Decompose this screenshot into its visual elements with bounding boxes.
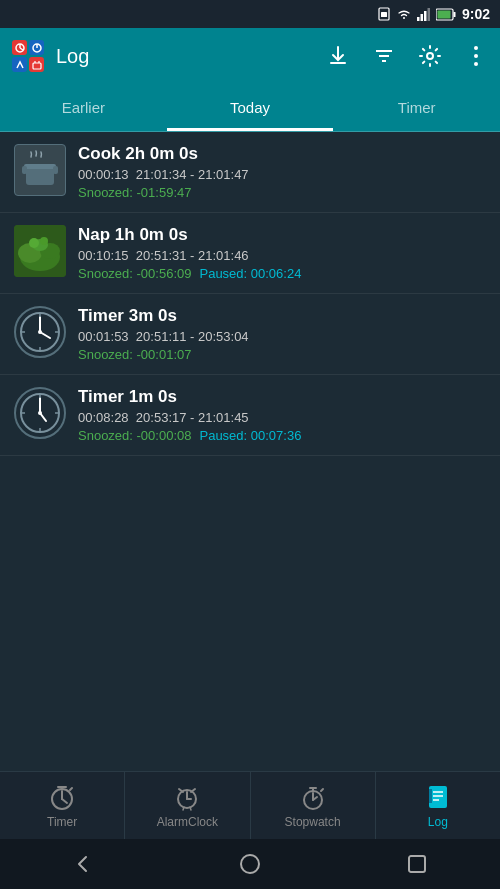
svg-rect-3: [420, 14, 423, 21]
svg-line-62: [183, 807, 184, 810]
status-time: 9:02: [462, 6, 490, 22]
svg-point-75: [241, 855, 259, 873]
cook-icon: [19, 149, 61, 191]
alarm-icon: [173, 783, 201, 811]
svg-rect-1: [381, 12, 387, 17]
signal-icon: [417, 7, 431, 21]
svg-rect-26: [24, 164, 56, 169]
item-info-timer3: Timer 3m 0s 00:01:53 20:51:11 - 20:53:04…: [78, 306, 486, 362]
logo-cell-3: [12, 57, 27, 72]
item-title-cook: Cook 2h 0m 0s: [78, 144, 486, 164]
tab-earlier[interactable]: Earlier: [0, 84, 167, 131]
nav-item-stopwatch[interactable]: Stopwatch: [251, 772, 376, 839]
svg-line-63: [190, 807, 191, 810]
bottom-nav: Timer AlarmClock: [0, 771, 500, 839]
svg-point-35: [40, 237, 48, 245]
svg-rect-2: [417, 17, 420, 21]
item-info-nap: Nap 1h 0m 0s 00:10:15 20:51:31 - 21:01:4…: [78, 225, 486, 281]
list-item[interactable]: Cook 2h 0m 0s 00:00:13 21:01:34 - 21:01:…: [0, 132, 500, 213]
sim-icon: [377, 7, 391, 21]
timer1-thumbnail: [14, 387, 66, 439]
cook-thumbnail: [14, 144, 66, 196]
logo-cell-4: [29, 57, 44, 72]
svg-point-24: [474, 62, 478, 66]
nav-item-alarm[interactable]: AlarmClock: [125, 772, 250, 839]
battery-icon: [436, 8, 456, 21]
svg-rect-14: [33, 63, 41, 69]
nav-label-log: Log: [428, 815, 448, 829]
stopwatch-icon: [299, 783, 327, 811]
svg-rect-25: [26, 167, 54, 185]
timer1-icon: [18, 391, 62, 435]
item-snooze-cook: Snoozed: -01:59:47: [78, 185, 486, 200]
nap-icon: [14, 225, 66, 277]
app-title: Log: [56, 45, 314, 68]
back-button[interactable]: [58, 844, 108, 884]
svg-line-60: [179, 789, 183, 792]
more-button[interactable]: [460, 40, 492, 72]
item-title-timer1: Timer 1m 0s: [78, 387, 486, 407]
list-item[interactable]: Nap 1h 0m 0s 00:10:15 20:51:31 - 21:01:4…: [0, 213, 500, 294]
item-title-timer3: Timer 3m 0s: [78, 306, 486, 326]
svg-point-23: [474, 54, 478, 58]
item-time-cook: 00:00:13 21:01:34 - 21:01:47: [78, 167, 486, 182]
svg-point-34: [29, 238, 39, 248]
nav-item-log[interactable]: Log: [376, 772, 500, 839]
svg-rect-28: [53, 166, 58, 174]
item-info-cook: Cook 2h 0m 0s 00:00:13 21:01:34 - 21:01:…: [78, 144, 486, 200]
top-bar-actions: [322, 40, 492, 72]
item-snooze-timer3: Snoozed: -00:01:07: [78, 347, 486, 362]
logo-cell-2: [29, 40, 44, 55]
svg-rect-7: [453, 12, 455, 17]
recents-button[interactable]: [392, 844, 442, 884]
svg-rect-76: [409, 856, 425, 872]
item-time-timer1: 00:08:28 20:53:17 - 21:01:45: [78, 410, 486, 425]
tab-bar: Earlier Today Timer: [0, 84, 500, 132]
download-button[interactable]: [322, 40, 354, 72]
svg-rect-74: [429, 789, 432, 803]
item-title-nap: Nap 1h 0m 0s: [78, 225, 486, 245]
timer-icon: [48, 783, 76, 811]
timer3-thumbnail: [14, 306, 66, 358]
nap-thumbnail: [14, 225, 66, 277]
svg-point-22: [474, 46, 478, 50]
top-bar: Log: [0, 28, 500, 84]
item-snooze-timer1: Snoozed: -00:00:08Paused: 00:07:36: [78, 428, 486, 443]
settings-button[interactable]: [414, 40, 446, 72]
status-icons: [377, 7, 456, 21]
nav-item-timer[interactable]: Timer: [0, 772, 125, 839]
app-logo: [8, 36, 48, 76]
timer3-icon: [18, 310, 62, 354]
home-button[interactable]: [225, 844, 275, 884]
svg-rect-8: [437, 10, 450, 18]
tab-timer[interactable]: Timer: [333, 84, 500, 131]
svg-line-69: [321, 789, 323, 791]
logo-cell-1: [12, 40, 27, 55]
nav-label-alarm: AlarmClock: [157, 815, 218, 829]
svg-line-56: [70, 788, 72, 790]
nav-label-timer: Timer: [47, 815, 77, 829]
content-area: Cook 2h 0m 0s 00:00:13 21:01:34 - 21:01:…: [0, 132, 500, 771]
item-snooze-nap: Snoozed: -00:56:09Paused: 00:06:24: [78, 266, 486, 281]
svg-line-11: [20, 48, 23, 50]
item-info-timer1: Timer 1m 0s 00:08:28 20:53:17 - 21:01:45…: [78, 387, 486, 443]
status-bar: 9:02: [0, 0, 500, 28]
svg-line-61: [191, 789, 195, 792]
item-time-timer3: 00:01:53 20:51:11 - 20:53:04: [78, 329, 486, 344]
list-item[interactable]: Timer 1m 0s 00:08:28 20:53:17 - 21:01:45…: [0, 375, 500, 456]
svg-rect-4: [424, 11, 427, 21]
svg-point-21: [427, 53, 433, 59]
list-item[interactable]: Timer 3m 0s 00:01:53 20:51:11 - 20:53:04…: [0, 294, 500, 375]
filter-button[interactable]: [368, 40, 400, 72]
tab-today[interactable]: Today: [167, 84, 334, 131]
wifi-icon: [396, 7, 412, 21]
svg-rect-5: [427, 8, 430, 21]
item-time-nap: 00:10:15 20:51:31 - 21:01:46: [78, 248, 486, 263]
nav-label-stopwatch: Stopwatch: [285, 815, 341, 829]
log-icon: [424, 783, 452, 811]
svg-line-54: [62, 799, 67, 803]
svg-rect-27: [22, 166, 27, 174]
system-nav-bar: [0, 839, 500, 889]
